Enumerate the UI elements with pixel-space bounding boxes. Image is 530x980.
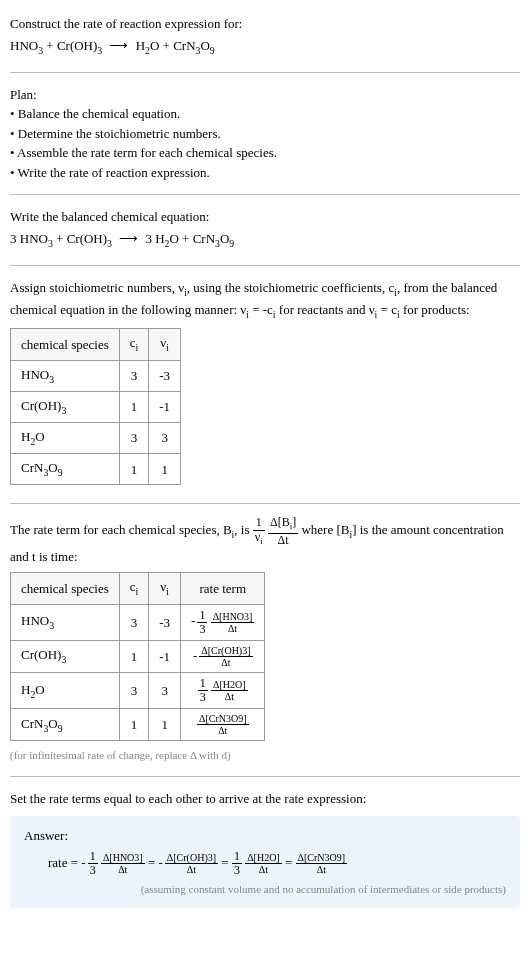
rateterm-section: The rate term for each chemical species,… xyxy=(10,508,520,771)
divider xyxy=(10,776,520,777)
table-row: H2O33 xyxy=(11,423,181,454)
table-row: HNO3 3-3 -13 Δ[HNO3]Δt xyxy=(11,604,265,640)
table-note: (for infinitesimal rate of change, repla… xyxy=(10,747,520,764)
product-h2o-crn3o9: H2O + CrN3O9 xyxy=(136,38,215,53)
col-rate: rate term xyxy=(181,573,265,604)
reaction-arrow-icon: ⟶ xyxy=(109,36,128,56)
col-species: chemical species xyxy=(11,573,120,604)
table-row: Cr(OH)31-1 xyxy=(11,391,181,422)
rate-expression: rate = -13 Δ[HNO3]Δt = -Δ[Cr(OH)3]Δt = 1… xyxy=(24,850,506,877)
reaction-arrow-icon: ⟶ xyxy=(119,229,138,249)
plan-item: • Write the rate of reaction expression. xyxy=(10,163,520,183)
plan-item: • Determine the stoichiometric numbers. xyxy=(10,124,520,144)
reactant-hno3: HNO3 xyxy=(10,38,43,53)
divider xyxy=(10,265,520,266)
divider xyxy=(10,194,520,195)
setequal-section: Set the rate terms equal to each other t… xyxy=(10,781,520,920)
stoich-table-2: chemical species ci νi rate term HNO3 3-… xyxy=(10,572,265,741)
balanced-title: Write the balanced chemical equation: xyxy=(10,207,520,227)
plan-item: • Assemble the rate term for each chemic… xyxy=(10,143,520,163)
table-header-row: chemical species ci νi rate term xyxy=(11,573,265,604)
plan-title: Plan: xyxy=(10,85,520,105)
col-ci: ci xyxy=(119,573,149,604)
prompt-text: Construct the rate of reaction expressio… xyxy=(10,14,520,34)
rateterm-text: The rate term for each chemical species,… xyxy=(10,516,520,566)
stoich-table-1: chemical species ci νi HNO33-3 Cr(OH)31-… xyxy=(10,328,181,485)
plan-section: Plan: • Balance the chemical equation. •… xyxy=(10,77,520,191)
answer-label: Answer: xyxy=(24,826,506,846)
col-species: chemical species xyxy=(11,329,120,360)
fraction: Δ[Bi]Δt xyxy=(268,516,298,546)
prompt-section: Construct the rate of reaction expressio… xyxy=(10,6,520,68)
assign-text: Assign stoichiometric numbers, νi, using… xyxy=(10,278,520,322)
table-row: CrN3O9 11 Δ[CrN3O9]Δt xyxy=(11,709,265,741)
table-row: Cr(OH)3 1-1 -Δ[Cr(OH)3]Δt xyxy=(11,641,265,673)
col-vi: νi xyxy=(149,329,181,360)
assign-section: Assign stoichiometric numbers, νi, using… xyxy=(10,270,520,500)
balanced-equation: 3 HNO3 + Cr(OH)3 ⟶ 3 H2O + CrN3O9 xyxy=(10,229,520,251)
answer-note: (assuming constant volume and no accumul… xyxy=(24,881,506,898)
divider xyxy=(10,503,520,504)
plus: + Cr(OH)3 xyxy=(43,38,102,53)
table-row: HNO33-3 xyxy=(11,360,181,391)
table-row: H2O 33 13 Δ[H2O]Δt xyxy=(11,673,265,709)
balanced-section: Write the balanced chemical equation: 3 … xyxy=(10,199,520,261)
table-row: CrN3O911 xyxy=(11,454,181,485)
col-ci: ci xyxy=(119,329,149,360)
plan-item: • Balance the chemical equation. xyxy=(10,104,520,124)
divider xyxy=(10,72,520,73)
unbalanced-equation: HNO3 + Cr(OH)3 ⟶ H2O + CrN3O9 xyxy=(10,36,520,58)
setequal-text: Set the rate terms equal to each other t… xyxy=(10,789,520,809)
fraction: 1νi xyxy=(253,516,265,546)
table-header-row: chemical species ci νi xyxy=(11,329,181,360)
col-vi: νi xyxy=(149,573,181,604)
answer-box: Answer: rate = -13 Δ[HNO3]Δt = -Δ[Cr(OH)… xyxy=(10,816,520,907)
